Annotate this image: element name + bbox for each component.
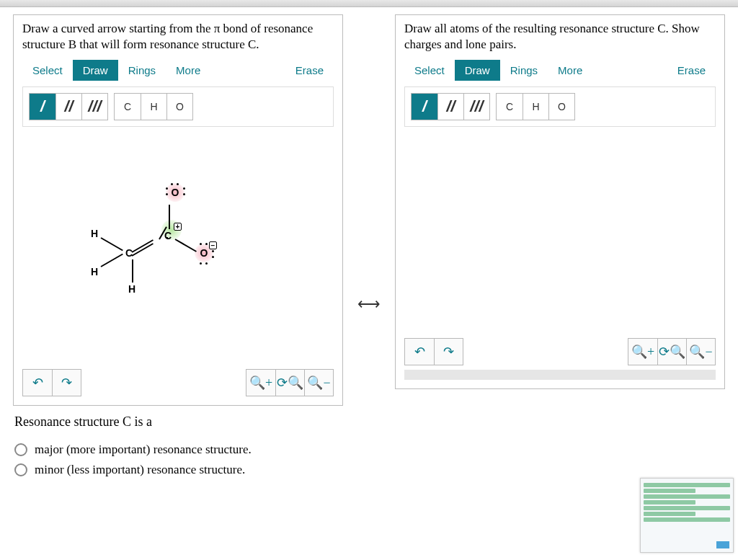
atom-o-top: O xyxy=(172,187,179,198)
lone-pair-dot xyxy=(183,187,185,190)
charge-plus: + xyxy=(174,223,182,231)
zoom-out-icon: 🔍− xyxy=(689,344,712,360)
bond xyxy=(101,254,123,267)
radio-icon xyxy=(14,443,27,456)
erase-button[interactable]: Erase xyxy=(667,60,716,81)
lone-pair-dot xyxy=(205,262,208,265)
mode-tabs-left: Select Draw Rings More Erase xyxy=(22,60,334,81)
triple-bond-icon: /// xyxy=(88,97,101,116)
lone-pair-dot xyxy=(212,256,214,258)
lone-pair-dot xyxy=(183,193,185,195)
radio-icon xyxy=(14,463,27,476)
history-group: ↶ ↷ xyxy=(22,369,81,396)
tab-more[interactable]: More xyxy=(548,60,592,81)
bond xyxy=(132,259,133,283)
bond xyxy=(132,239,154,253)
zoom-in-button[interactable]: 🔍+ xyxy=(628,339,657,365)
zoom-out-button[interactable]: 🔍− xyxy=(686,339,715,365)
undo-button[interactable]: ↶ xyxy=(23,370,52,396)
atom-h-topleft: H xyxy=(91,228,98,239)
hydrogen-tool[interactable]: H xyxy=(141,94,166,120)
atom-tool-group: C H O xyxy=(114,93,193,120)
zoom-in-button[interactable]: 🔍+ xyxy=(246,370,275,396)
tab-select[interactable]: Select xyxy=(22,60,73,81)
zoom-group: 🔍+ ⟳🔍 🔍− xyxy=(628,338,716,365)
bond xyxy=(101,237,123,251)
zoom-in-icon: 🔍+ xyxy=(249,375,272,391)
redo-button[interactable]: ↷ xyxy=(52,370,81,396)
atom-c-left: C xyxy=(125,247,133,259)
triple-bond-tool[interactable]: /// xyxy=(463,94,489,120)
zoom-reset-button[interactable]: ⟳🔍 xyxy=(275,370,304,396)
single-bond-tool[interactable]: / xyxy=(412,94,437,120)
multiple-choice-question: Resonance structure C is a major (more i… xyxy=(0,409,738,477)
bond-tool-group: / // /// xyxy=(411,93,490,120)
panel-structure-c: Draw all atoms of the resulting resonanc… xyxy=(395,14,725,389)
option-label: minor (less important) resonance structu… xyxy=(35,463,245,477)
lone-pair-dot xyxy=(212,250,214,252)
atom-tool-group: C H O xyxy=(496,93,575,120)
zoom-out-button[interactable]: 🔍− xyxy=(304,370,333,396)
zoom-reset-icon: ⟳🔍 xyxy=(659,344,685,360)
oxygen-tool[interactable]: O xyxy=(548,94,574,120)
double-bond-icon: // xyxy=(64,97,73,116)
double-bond-tool[interactable]: // xyxy=(437,94,463,120)
double-bond-icon: // xyxy=(446,97,455,116)
bond-tool-group: / // /// xyxy=(29,93,108,120)
undo-button[interactable]: ↶ xyxy=(405,339,434,365)
tab-rings[interactable]: Rings xyxy=(118,60,166,81)
redo-button[interactable]: ↷ xyxy=(434,339,463,365)
thumbnail-preview[interactable] xyxy=(640,478,734,553)
zoom-group: 🔍+ ⟳🔍 🔍− xyxy=(246,369,334,396)
charge-minus: − xyxy=(209,241,217,249)
single-bond-icon: / xyxy=(422,97,427,116)
oxygen-tool[interactable]: O xyxy=(166,94,192,120)
tab-more[interactable]: More xyxy=(166,60,210,81)
undo-icon: ↶ xyxy=(414,344,425,360)
option-minor[interactable]: minor (less important) resonance structu… xyxy=(14,463,724,477)
carbon-tool[interactable]: C xyxy=(115,94,141,120)
double-bond-tool[interactable]: // xyxy=(55,94,81,120)
toolbar-right: / // /// C H O xyxy=(404,86,716,127)
zoom-in-icon: 🔍+ xyxy=(631,344,654,360)
prompt-text-left: Draw a curved arrow starting from the π … xyxy=(22,21,334,53)
window-top-bar xyxy=(0,0,738,7)
toolbar-left: / // /// C H O xyxy=(22,86,334,127)
triple-bond-tool[interactable]: /// xyxy=(81,94,107,120)
option-label: major (more important) resonance structu… xyxy=(35,443,252,457)
tab-rings[interactable]: Rings xyxy=(500,60,548,81)
redo-icon: ↷ xyxy=(61,375,72,391)
history-group: ↶ ↷ xyxy=(404,338,463,365)
atom-h-bottom: H xyxy=(128,283,135,295)
erase-button[interactable]: Erase xyxy=(285,60,334,81)
prompt-text-right: Draw all atoms of the resulting resonanc… xyxy=(404,21,716,53)
bond xyxy=(175,239,197,252)
lone-pair-dot xyxy=(200,262,202,265)
option-major[interactable]: major (more important) resonance structu… xyxy=(14,443,724,457)
zoom-out-icon: 🔍− xyxy=(307,375,330,391)
redo-icon: ↷ xyxy=(443,344,454,360)
single-bond-tool[interactable]: / xyxy=(30,94,55,120)
tab-draw[interactable]: Draw xyxy=(455,60,500,81)
horizontal-scrollbar[interactable] xyxy=(404,370,716,380)
bond xyxy=(169,205,170,229)
drawing-canvas-left[interactable]: O C O C H H H + − xyxy=(22,131,334,369)
carbon-tool[interactable]: C xyxy=(497,94,523,120)
atom-h-botleft: H xyxy=(91,266,98,277)
editor-container: Draw a curved arrow starting from the π … xyxy=(0,7,738,409)
atom-c-right: C xyxy=(164,230,172,241)
single-bond-icon: / xyxy=(40,97,45,116)
zoom-reset-icon: ⟳🔍 xyxy=(277,375,303,391)
zoom-reset-button[interactable]: ⟳🔍 xyxy=(657,339,686,365)
question-title: Resonance structure C is a xyxy=(14,414,724,430)
tab-draw[interactable]: Draw xyxy=(73,60,118,81)
tab-select[interactable]: Select xyxy=(404,60,455,81)
molecule-structure-b: O C O C H H H + − xyxy=(60,165,233,324)
undo-icon: ↶ xyxy=(32,375,43,391)
hydrogen-tool[interactable]: H xyxy=(523,94,548,120)
footer-right: ↶ ↷ 🔍+ ⟳🔍 🔍− xyxy=(404,338,716,365)
drawing-canvas-right[interactable] xyxy=(404,131,716,338)
triple-bond-icon: /// xyxy=(470,97,483,116)
resonance-arrow-icon: ⟷ xyxy=(357,295,381,314)
atom-o-right: O xyxy=(200,247,208,259)
